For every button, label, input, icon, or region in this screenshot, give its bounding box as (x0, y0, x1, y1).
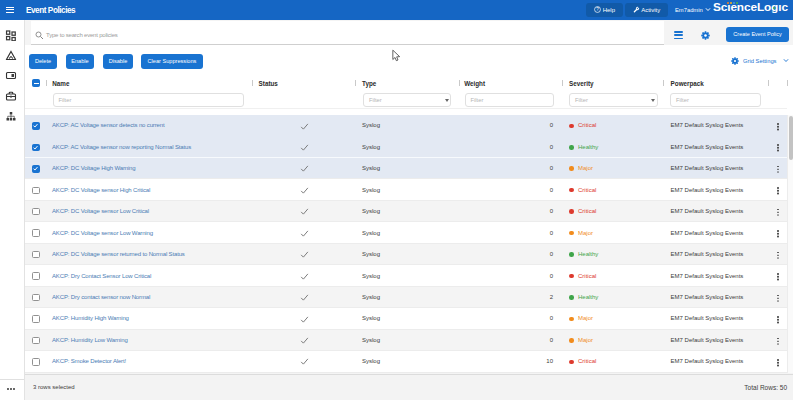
svg-text:?: ? (596, 7, 599, 12)
